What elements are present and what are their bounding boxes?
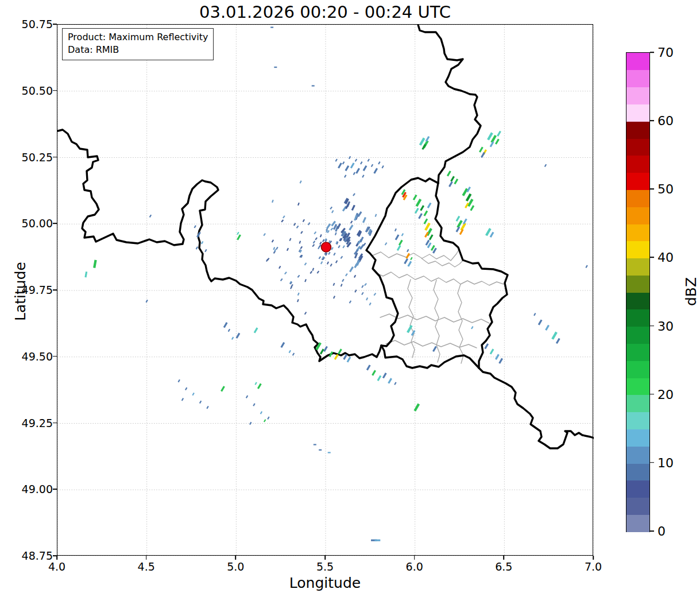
- radar-echo: [410, 257, 412, 260]
- canton-line-horizontal-2-border: [386, 340, 477, 348]
- radar-echo: [355, 168, 360, 174]
- x-tick-mark: [146, 556, 147, 560]
- radar-echo: [375, 214, 377, 217]
- radar-echo: [407, 261, 412, 267]
- radar-echo: [253, 403, 255, 406]
- radar-echo: [196, 246, 198, 249]
- radar-echo: [366, 297, 368, 300]
- radar-echo: [349, 300, 352, 303]
- radar-echo: [351, 205, 355, 211]
- colorbar-segment: [626, 378, 649, 395]
- radar-echo: [485, 228, 492, 236]
- radar-echo: [341, 284, 343, 286]
- radar-echo: [556, 338, 560, 344]
- radar-echo: [318, 256, 321, 259]
- radar-echo: [338, 348, 342, 354]
- radar-echo: [347, 356, 351, 362]
- radar-echo: [327, 261, 329, 264]
- radar-echo: [330, 263, 332, 266]
- radar-echo: [320, 348, 324, 354]
- radar-echo: [335, 260, 338, 263]
- radar-echo: [304, 312, 307, 315]
- radar-echo: [481, 152, 485, 158]
- radar-echo: [354, 289, 357, 292]
- radar-echo: [272, 200, 274, 203]
- colorbar-segment: [626, 292, 649, 309]
- radar-echo: [310, 271, 312, 274]
- radar-echo: [283, 215, 285, 218]
- x-tick-label: 7.0: [585, 560, 602, 573]
- radar-echo: [231, 337, 234, 340]
- radar-echo: [366, 365, 371, 370]
- radar-echo: [338, 245, 340, 248]
- france-germany-border: [479, 368, 594, 448]
- radar-echo: [353, 193, 355, 196]
- x-tick-mark: [324, 556, 326, 560]
- colorbar-segment: [626, 514, 649, 532]
- radar-echo: [373, 168, 378, 174]
- radar-echo: [289, 238, 291, 241]
- radar-echo: [254, 382, 257, 385]
- radar-echo: [293, 223, 296, 226]
- radar-echo: [281, 219, 284, 222]
- radar-echo: [382, 373, 387, 378]
- radar-echo: [545, 325, 550, 331]
- radar-echo: [314, 231, 316, 234]
- radar-echo: [342, 245, 345, 248]
- radar-echo: [328, 452, 331, 453]
- y-tick-mark: [53, 489, 57, 490]
- radar-echo: [364, 283, 367, 286]
- radar-echo: [345, 165, 349, 171]
- data-source-label: Data: RMIB: [68, 44, 208, 56]
- colorbar-segment: [626, 395, 649, 412]
- radar-echo: [297, 293, 300, 296]
- colorbar-segment: [626, 241, 649, 258]
- radar-echo: [93, 259, 97, 268]
- colorbar-segment: [626, 480, 649, 498]
- x-tick-mark: [504, 556, 505, 560]
- radar-echo: [319, 242, 322, 245]
- x-tick-mark: [235, 556, 237, 560]
- radar-echo: [355, 158, 357, 161]
- radar-echo: [333, 253, 335, 255]
- colorbar-tick-mark: [650, 394, 654, 395]
- radar-echo: [350, 162, 355, 168]
- radar-echo: [333, 296, 335, 298]
- radar-echo: [267, 417, 269, 420]
- radar-echo: [304, 262, 307, 265]
- canton-line-vertical-e-border: [458, 284, 463, 363]
- radar-echo: [279, 266, 281, 269]
- belgium-germany-border: [418, 25, 481, 183]
- radar-echo: [320, 261, 323, 264]
- radar-echo: [221, 386, 225, 391]
- radar-echo: [315, 237, 318, 240]
- radar-echo: [342, 279, 345, 282]
- radar-site-marker: [321, 242, 331, 252]
- radar-echo: [319, 449, 322, 451]
- colorbar-segment: [626, 412, 649, 429]
- colorbar-tick-mark: [650, 325, 654, 327]
- radar-echo: [423, 218, 428, 224]
- radar-echo: [181, 398, 184, 401]
- colorbar-segment: [626, 121, 649, 138]
- y-tick-mark: [53, 223, 57, 224]
- radar-echo: [332, 283, 335, 286]
- radar-echo: [450, 176, 455, 181]
- canton-line-mid-border: [376, 272, 504, 285]
- radar-echo: [388, 378, 392, 383]
- colorbar-tick-label: 60: [658, 114, 674, 128]
- radar-echo: [289, 350, 291, 353]
- x-tick-label: 6.5: [495, 560, 512, 573]
- radar-echo: [223, 322, 228, 328]
- colorbar-segment: [626, 207, 649, 224]
- radar-echo: [204, 249, 207, 252]
- radar-echo: [313, 241, 315, 243]
- colorbar-segment: [626, 156, 649, 173]
- radar-echo: [395, 228, 397, 231]
- radar-echo: [185, 387, 187, 390]
- radar-echo: [257, 383, 262, 389]
- x-tick-label: 5.0: [227, 560, 244, 573]
- radar-map-canvas: [57, 25, 594, 556]
- colorbar: [626, 52, 650, 532]
- radar-echo: [290, 286, 292, 289]
